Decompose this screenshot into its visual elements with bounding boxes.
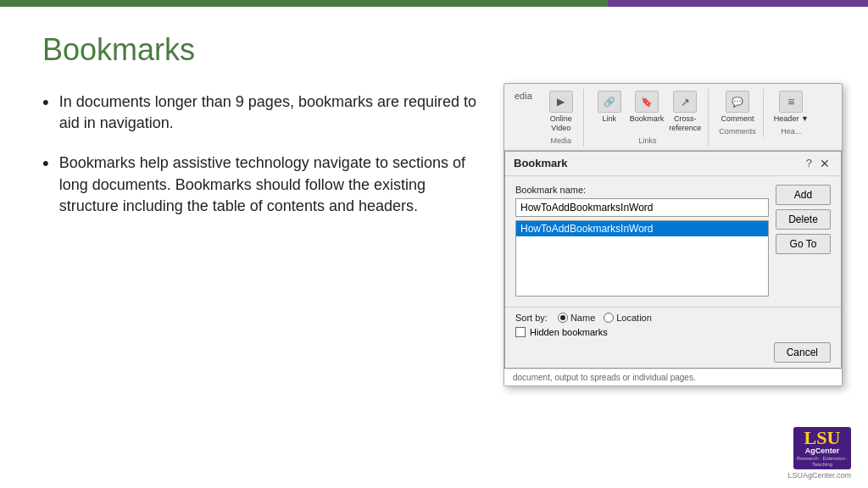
ribbon-btn-bookmark[interactable]: Bookmark [630,91,665,133]
ribbon-btn-cross-reference[interactable]: Cross-reference [669,91,701,133]
hidden-bookmarks-label: Hidden bookmarks [530,327,608,337]
ribbon-btn-comment[interactable]: Comment [721,91,754,124]
dialog-body: Bookmark name: HowToAddBookmarksInWord A… [505,176,841,307]
dialog-footer: Sort by: Name Location Hidde [505,307,841,368]
sort-by-location-option[interactable]: Location [604,313,652,323]
ribbon-group-links: Link Bookmark Cross-refere [587,89,709,147]
ribbon-btn-header[interactable]: Header ▼ [774,91,809,124]
dialog-titlebar: Bookmark ? ✕ [505,152,841,176]
comment-icon [732,97,743,108]
lsu-badge: LSU AgCenter Research · Extension · Teac… [793,427,851,469]
sortby-row: Sort by: Name Location [515,313,831,323]
ribbon-btn-online-video[interactable]: OnlineVideo [546,91,576,133]
dialog-help-icon[interactable]: ? [806,157,812,169]
crossref-icon [681,96,690,108]
lsu-website: LSUAgCenter.com [787,471,851,480]
bookmark-name-label: Bookmark name: [515,185,769,195]
ribbon-partial-left: edia [511,89,536,103]
sort-location-radio[interactable] [604,313,614,323]
lsu-text: LSU [804,429,841,447]
dialog-close-button[interactable]: ✕ [817,157,832,170]
sort-by-name-option[interactable]: Name [558,313,595,323]
ribbon-group-header: Header ▼ Hea... [767,89,815,137]
agcenter-text: AgCenter [805,447,840,456]
lsu-tagline: Research · Extension · Teaching [796,456,849,468]
delete-button[interactable]: Delete [776,209,831,230]
ribbon-row: edia OnlineVideo Media [511,89,835,147]
bookmark-name-input[interactable] [515,198,769,217]
ribbon-group-media: OnlineVideo Media [539,89,584,147]
bullet-list: In documents longer than 9 pages, bookma… [42,92,483,217]
bullet-item-2: Bookmarks help assistive technology navi… [42,152,483,217]
link-icon [604,97,615,108]
word-caption: document, output to spreads or individua… [504,369,842,385]
page-title: Bookmarks [42,32,826,68]
ribbon-btn-link[interactable]: Link [594,91,625,133]
bookmark-icon [641,97,653,108]
dialog-title: Bookmark [514,157,568,169]
cancel-row: Cancel [515,342,831,363]
bookmark-listbox[interactable]: HowToAddBookmarksInWord [515,220,769,297]
ribbon-group-comments: Comment Comments [712,89,764,137]
dialog-right-pane: Add Delete Go To [776,185,831,297]
sort-radio-group: Name Location [558,313,652,323]
go-to-button[interactable]: Go To [776,234,831,254]
cancel-button[interactable]: Cancel [774,342,831,363]
top-color-bar [0,0,868,7]
video-icon [557,96,565,108]
add-button[interactable]: Add [776,185,831,205]
ribbon: edia OnlineVideo Media [504,84,842,151]
sortby-label: Sort by: [515,313,548,323]
word-screenshot-panel: edia OnlineVideo Media [504,83,843,386]
sort-name-radio[interactable] [558,313,568,323]
header-icon [787,95,794,108]
dialog-left-pane: Bookmark name: HowToAddBookmarksInWord [515,185,769,297]
bullet-item-1: In documents longer than 9 pages, bookma… [42,92,483,134]
listbox-item-1[interactable]: HowToAddBookmarksInWord [516,221,768,236]
lsu-logo: LSU AgCenter Research · Extension · Teac… [787,427,851,480]
hidden-bookmarks-checkbox[interactable] [515,327,526,337]
hidden-bookmarks-row: Hidden bookmarks [515,327,831,337]
slide-content: Bookmarks In documents longer than 9 pag… [0,7,868,252]
bookmark-dialog: Bookmark ? ✕ Bookmark name: HowToAddBook… [504,151,842,369]
